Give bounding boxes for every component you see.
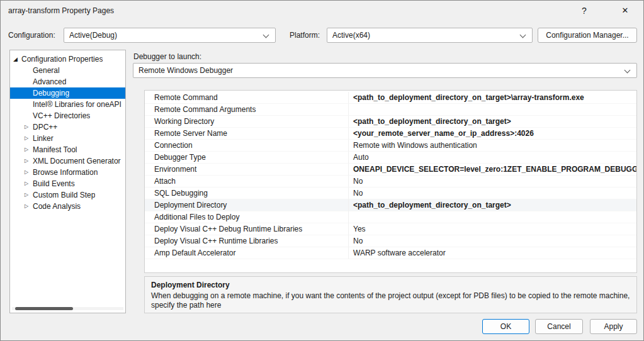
tree-item-label: General [33, 66, 60, 75]
tree-item-debugging[interactable]: Debugging [10, 87, 125, 99]
property-name: Debugger Type [145, 152, 349, 164]
debugger-to-launch-label: Debugger to launch: [133, 52, 201, 61]
tree-item-advanced[interactable]: Advanced [10, 76, 125, 87]
tree-collapsed-arrow-icon[interactable]: ▷ [25, 133, 33, 144]
property-row-remote-command[interactable]: Remote Command<path_to_deployment_direct… [145, 92, 636, 104]
tree-item-manifest-tool[interactable]: ▷Manifest Tool [10, 144, 125, 155]
tree-item-label: DPC++ [33, 123, 57, 131]
tree-item-code-analysis[interactable]: ▷Code Analysis [10, 201, 125, 212]
tree-item-xml-document-generator[interactable]: ▷XML Document Generator [10, 155, 125, 167]
property-row-deploy-visual-c-runtime-libraries[interactable]: Deploy Visual C++ Runtime LibrariesNo [145, 235, 636, 247]
description-title: Deployment Directory [151, 281, 630, 289]
tree-collapsed-arrow-icon[interactable]: ▷ [25, 121, 33, 133]
help-icon: ? [582, 6, 587, 16]
property-row-deploy-visual-c-debug-runtime-libraries[interactable]: Deploy Visual C++ Debug Runtime Librarie… [145, 223, 636, 235]
property-value[interactable]: <path_to_deployment_directory_on_target> [349, 199, 636, 211]
property-row-sql-debugging[interactable]: SQL DebuggingNo [145, 187, 636, 199]
tree-item-linker[interactable]: ▷Linker [10, 133, 125, 144]
property-row-amp-default-accelerator[interactable]: Amp Default AcceleratorWARP software acc… [145, 247, 636, 259]
debugger-dropdown[interactable]: Remote Windows Debugger [133, 63, 637, 78]
property-name: Amp Default Accelerator [145, 247, 349, 259]
property-value[interactable] [349, 104, 636, 116]
property-row-additional-files-to-deploy[interactable]: Additional Files to Deploy [145, 211, 636, 223]
property-value[interactable]: <path_to_deployment_directory_on_target> [349, 116, 636, 128]
tree-item-vc-directories[interactable]: VC++ Directories [10, 110, 125, 121]
tree-collapsed-arrow-icon[interactable]: ▷ [25, 201, 33, 212]
description-text: When debugging on a remote machine, if y… [151, 291, 630, 310]
property-value[interactable]: Remote with Windows authentication [349, 140, 636, 152]
property-description-panel: Deployment Directory When debugging on a… [144, 276, 637, 313]
tree-item-label: Intel® Libraries for oneAPI [33, 100, 121, 109]
property-name: Remote Command Arguments [145, 104, 349, 116]
property-row-remote-command-arguments[interactable]: Remote Command Arguments [145, 104, 636, 116]
tree-item-label: Build Events [33, 179, 75, 188]
tree-item-label: Browse Information [33, 168, 98, 177]
property-name: Attach [145, 176, 349, 187]
property-value[interactable]: Auto [349, 152, 636, 164]
property-name: Deploy Visual C++ Debug Runtime Librarie… [145, 223, 349, 235]
property-row-deployment-directory[interactable]: Deployment Directory<path_to_deployment_… [145, 199, 636, 211]
tree-expanded-arrow-icon[interactable]: ◢ [13, 53, 21, 65]
property-value[interactable]: WARP software accelerator [349, 247, 636, 259]
property-name: Working Directory [145, 116, 349, 128]
property-value[interactable]: No [349, 235, 636, 247]
platform-label: Platform: [290, 31, 320, 40]
scrollbar-thumb[interactable] [15, 307, 73, 310]
tree-item-general[interactable]: General [10, 65, 125, 76]
property-value[interactable]: ONEAPI_DEVICE_SELECTOR=level_zero:1ZET_E… [349, 164, 636, 176]
tree-item-browse-information[interactable]: ▷Browse Information [10, 167, 125, 178]
tree-item-label: Linker [33, 134, 54, 143]
property-value[interactable]: No [349, 176, 636, 187]
configuration-dropdown[interactable]: Active(Debug) [64, 28, 276, 43]
property-name: Remote Command [145, 92, 349, 104]
platform-dropdown[interactable]: Active(x64) [327, 28, 533, 43]
tree-item-label: Code Analysis [33, 202, 81, 211]
tree-collapsed-arrow-icon[interactable]: ▷ [25, 155, 33, 167]
property-row-debugger-type[interactable]: Debugger TypeAuto [145, 152, 636, 164]
tree-collapsed-arrow-icon[interactable]: ▷ [25, 167, 33, 178]
tree-item-label: Configuration Properties [21, 55, 103, 64]
title-bar: array-transform Property Pages ? ✕ [1, 1, 643, 21]
help-button[interactable]: ? [570, 1, 598, 21]
property-name: Deployment Directory [145, 199, 349, 211]
apply-button[interactable]: Apply [590, 319, 637, 334]
tree-item-label: Custom Build Step [33, 191, 95, 199]
tree-collapsed-arrow-icon[interactable]: ▷ [25, 178, 33, 189]
property-row-working-directory[interactable]: Working Directory<path_to_deployment_dir… [145, 116, 636, 128]
property-name: Additional Files to Deploy [145, 211, 349, 223]
configuration-label: Configuration: [8, 31, 55, 40]
tree-item-intel-libraries-for-oneapi[interactable]: Intel® Libraries for oneAPI [10, 99, 125, 110]
property-value[interactable]: Yes [349, 223, 636, 235]
property-name: Connection [145, 140, 349, 152]
tree-collapsed-arrow-icon[interactable]: ▷ [25, 189, 33, 201]
tree-item-label: Advanced [33, 77, 66, 86]
tree-item-dpc[interactable]: ▷DPC++ [10, 121, 125, 133]
property-row-connection[interactable]: ConnectionRemote with Windows authentica… [145, 140, 636, 152]
property-value[interactable]: No [349, 187, 636, 199]
tree-item-custom-build-step[interactable]: ▷Custom Build Step [10, 189, 125, 201]
tree-item-build-events[interactable]: ▷Build Events [10, 178, 125, 189]
tree-item-label: Debugging [33, 89, 69, 98]
property-name: SQL Debugging [145, 187, 349, 199]
property-row-remote-server-name[interactable]: Remote Server Name<your_remote_server_na… [145, 128, 636, 140]
tree-horizontal-scrollbar[interactable] [12, 307, 123, 310]
property-row-environment[interactable]: EnvironmentONEAPI_DEVICE_SELECTOR=level_… [145, 164, 636, 176]
property-name: Environment [145, 164, 349, 176]
property-value[interactable] [349, 211, 636, 223]
property-name: Deploy Visual C++ Runtime Libraries [145, 235, 349, 247]
configuration-dropdown-value: Active(Debug) [64, 28, 275, 42]
tree-item-label: XML Document Generator [33, 157, 121, 165]
tree-item-configuration-properties[interactable]: ◢Configuration Properties [10, 53, 125, 65]
platform-dropdown-value: Active(x64) [327, 28, 532, 42]
property-value[interactable]: <path_to_deployment_directory_on_target>… [349, 92, 636, 104]
close-button[interactable]: ✕ [611, 1, 640, 21]
tree-collapsed-arrow-icon[interactable]: ▷ [25, 144, 33, 155]
ok-button[interactable]: OK [482, 319, 529, 334]
property-value[interactable]: <your_remote_server_name_or_ip_address>:… [349, 128, 636, 140]
property-row-attach[interactable]: AttachNo [145, 176, 636, 187]
property-name: Remote Server Name [145, 128, 349, 140]
tree-item-label: Manifest Tool [33, 145, 77, 154]
cancel-button[interactable]: Cancel [535, 319, 583, 334]
configuration-manager-button[interactable]: Configuration Manager... [538, 28, 637, 43]
property-tree: ◢Configuration PropertiesGeneralAdvanced… [9, 50, 126, 313]
